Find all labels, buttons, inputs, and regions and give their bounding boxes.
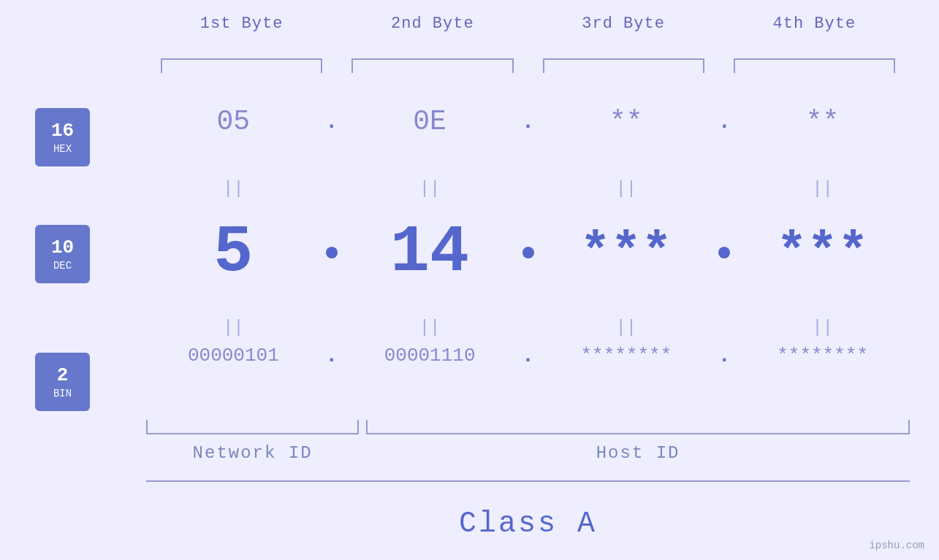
label-column-dec: 10 DEC: [35, 225, 90, 283]
equals-row-1: || || || ||: [146, 179, 910, 199]
hex-byte2: 0E: [343, 106, 517, 137]
byte1-header: 1st Byte: [146, 15, 337, 33]
eq1-b4: ||: [735, 179, 910, 199]
eq2-b1: ||: [146, 318, 321, 337]
host-id-label: Host ID: [366, 443, 910, 463]
bin-label-box: 2 BIN: [35, 353, 90, 411]
bin-dot1: .: [321, 343, 343, 368]
eq2-d2: [517, 318, 539, 337]
eq2-b2: ||: [343, 318, 517, 337]
dec-base: DEC: [53, 260, 72, 272]
dec-row: 5 14 *** ***: [146, 215, 910, 290]
dec-dot3: [718, 247, 730, 258]
network-id-bracket: [146, 420, 359, 434]
hex-base: HEX: [53, 143, 72, 155]
eq2-b4: ||: [735, 318, 910, 337]
eq1-b3: ||: [539, 179, 714, 199]
dec-dot1: [326, 247, 338, 258]
byte-headers: 1st Byte 2nd Byte 3rd Byte 4th Byte: [146, 15, 910, 33]
bin-num: 2: [57, 364, 69, 387]
host-id-bracket: [366, 420, 910, 434]
eq1-d2: [517, 179, 539, 199]
dec-num: 10: [51, 237, 74, 259]
byte2-header: 2nd Byte: [337, 15, 528, 33]
eq2-d1: [321, 318, 343, 337]
network-id-label: Network ID: [146, 443, 359, 463]
eq2-d3: [713, 318, 735, 337]
hex-dot2: .: [517, 110, 539, 134]
bracket-1: [161, 58, 322, 73]
eq2-b3: ||: [539, 318, 714, 337]
dec-dot2: [522, 247, 534, 258]
hex-label-box: 16 HEX: [35, 108, 90, 166]
hex-row: 05 . 0E . ** . **: [146, 106, 910, 137]
main-container: 1st Byte 2nd Byte 3rd Byte 4th Byte 16 H…: [0, 0, 939, 560]
bin-byte2: 00001110: [343, 345, 517, 367]
bottom-labels: Network ID Host ID: [146, 443, 910, 463]
bin-byte1: 00000101: [146, 345, 321, 367]
equals-row-2: || || || ||: [146, 318, 910, 337]
class-bracket-line: [146, 480, 910, 482]
bracket-3: [543, 58, 704, 73]
byte3-header: 3rd Byte: [528, 15, 719, 33]
bottom-brackets: [146, 420, 910, 434]
bin-base: BIN: [53, 388, 72, 399]
hex-byte3: **: [539, 106, 714, 137]
hex-byte4: **: [735, 106, 910, 137]
bracket-2: [351, 58, 513, 73]
dec-dot2-container: [517, 247, 539, 258]
dec-byte1: 5: [146, 215, 321, 290]
hex-num: 16: [51, 120, 74, 142]
dec-dot3-container: [713, 247, 735, 258]
byte4-header: 4th Byte: [719, 15, 910, 33]
bin-dot2: .: [517, 343, 539, 368]
watermark: ipshu.com: [869, 540, 924, 551]
bin-byte4: ********: [735, 345, 910, 367]
eq1-d3: [713, 179, 735, 199]
bin-dot3: .: [713, 343, 735, 368]
bracket-4: [734, 58, 895, 73]
bin-byte3: ********: [539, 345, 714, 367]
dec-byte3: ***: [539, 224, 714, 282]
dec-byte2: 14: [343, 215, 517, 290]
hex-dot1: .: [321, 110, 343, 134]
label-column: 16 HEX: [35, 108, 90, 166]
hex-byte1: 05: [146, 106, 321, 137]
dec-byte4: ***: [735, 224, 910, 282]
eq1-b1: ||: [146, 179, 321, 199]
class-label: Class A: [146, 507, 910, 540]
eq1-b2: ||: [343, 179, 517, 199]
eq1-d1: [321, 179, 343, 199]
label-column-bin: 2 BIN: [35, 353, 90, 411]
bin-row: 00000101 . 00001110 . ******** . *******…: [146, 343, 910, 368]
hex-dot3: .: [713, 110, 735, 134]
top-brackets: [146, 58, 910, 73]
dec-label-box: 10 DEC: [35, 225, 90, 283]
dec-dot1-container: [321, 247, 343, 258]
